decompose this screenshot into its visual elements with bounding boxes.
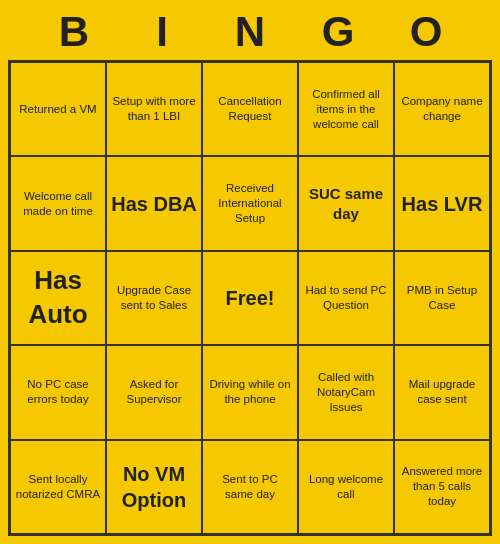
cell-18: Called with NotaryCam Issues (298, 345, 394, 439)
cell-5: Welcome call made on time (10, 156, 106, 250)
cell-14: PMB in Setup Case (394, 251, 490, 345)
bingo-grid: Returned a VMSetup with more than 1 LBIC… (8, 60, 492, 536)
cell-0: Returned a VM (10, 62, 106, 156)
title-letter-I: I (118, 8, 206, 56)
title-letter-O: O (382, 8, 470, 56)
cell-15: No PC case errors today (10, 345, 106, 439)
title-letter-B: B (30, 8, 118, 56)
cell-9: Has LVR (394, 156, 490, 250)
cell-12: Free! (202, 251, 298, 345)
cell-2: Cancellation Request (202, 62, 298, 156)
cell-4: Company name change (394, 62, 490, 156)
cell-6: Has DBA (106, 156, 202, 250)
bingo-title: BINGO (8, 8, 492, 56)
cell-16: Asked for Supervisor (106, 345, 202, 439)
cell-1: Setup with more than 1 LBI (106, 62, 202, 156)
cell-10: Has Auto (10, 251, 106, 345)
cell-11: Upgrade Case sent to Sales (106, 251, 202, 345)
cell-13: Had to send PC Question (298, 251, 394, 345)
title-letter-G: G (294, 8, 382, 56)
cell-19: Mail upgrade case sent (394, 345, 490, 439)
cell-7: Received International Setup (202, 156, 298, 250)
cell-22: Sent to PC same day (202, 440, 298, 534)
cell-21: No VM Option (106, 440, 202, 534)
cell-8: SUC same day (298, 156, 394, 250)
title-letter-N: N (206, 8, 294, 56)
cell-17: Driving while on the phone (202, 345, 298, 439)
cell-23: Long welcome call (298, 440, 394, 534)
cell-3: Confirmed all items in the welcome call (298, 62, 394, 156)
cell-20: Sent locally notarized CMRA (10, 440, 106, 534)
cell-24: Answered more than 5 calls today (394, 440, 490, 534)
